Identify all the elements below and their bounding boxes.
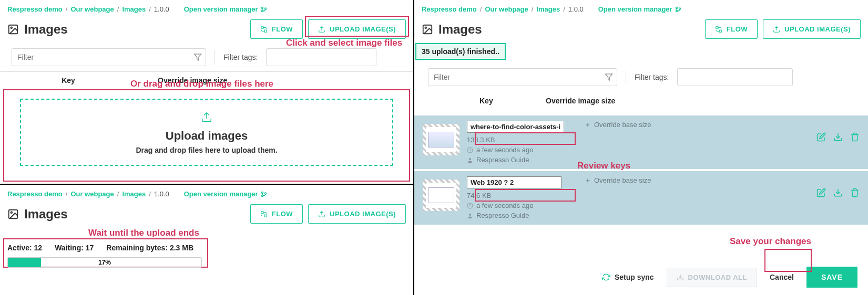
th-override: Override image size — [137, 76, 413, 85]
svg-point-7 — [261, 192, 263, 193]
sync-icon — [602, 273, 610, 281]
download-icon[interactable] — [833, 188, 843, 197]
open-version-manager-link[interactable]: Open version manager — [184, 190, 267, 198]
waiting-count: 17 — [86, 244, 94, 252]
bc-project[interactable]: Respresso demo — [422, 5, 477, 13]
bc-project[interactable]: Respresso demo — [7, 190, 63, 198]
clock-icon — [467, 147, 473, 153]
filter-tags-input[interactable] — [266, 48, 376, 66]
cancel-button[interactable]: Cancel — [770, 273, 794, 281]
edit-icon[interactable] — [816, 132, 826, 142]
image-user: Respresso Guide — [467, 156, 567, 164]
setup-sync-link[interactable]: Setup sync — [602, 273, 654, 281]
bc-page[interactable]: Our webpage — [70, 190, 114, 198]
svg-point-22 — [469, 158, 471, 160]
flow-button[interactable]: FLOW — [250, 19, 303, 39]
user-icon — [467, 157, 473, 163]
image-icon — [7, 208, 19, 220]
upload-status: Active: 12 Waiting: 17 Remaining bytes: … — [0, 240, 413, 255]
bc-section[interactable]: Images — [122, 5, 146, 13]
image-key-input[interactable]: where-to-find-color-assets-i — [467, 121, 564, 133]
upload-images-button[interactable]: UPLOAD IMAGE(S) — [308, 204, 406, 224]
svg-point-2 — [264, 8, 266, 9]
th-override: Override image size — [546, 97, 868, 105]
upload-images-button[interactable]: UPLOAD IMAGE(S) — [763, 19, 861, 39]
filter-icon — [193, 53, 202, 61]
override-base-size-button[interactable]: Override base size — [585, 176, 651, 184]
table-row[interactable]: where-to-find-color-assets-i 138.3 KB a … — [414, 115, 868, 171]
svg-point-0 — [261, 7, 263, 8]
override-base-size-button[interactable]: Override base size — [585, 121, 651, 129]
open-version-manager-link[interactable]: Open version manager — [184, 5, 267, 13]
image-icon — [7, 24, 19, 35]
image-icon — [422, 24, 433, 35]
progress-bar: 17% — [7, 257, 202, 268]
filter-input[interactable] — [428, 68, 617, 86]
bc-version: 1.0.0 — [154, 190, 169, 198]
bc-page[interactable]: Our webpage — [485, 5, 528, 13]
annot-wait: Wait until the upload ends — [88, 228, 199, 238]
upload-icon — [318, 26, 325, 33]
bc-project[interactable]: Respresso demo — [7, 5, 63, 13]
breadcrumb: Respresso demo / Our webpage / Images / … — [0, 185, 413, 200]
save-button[interactable]: SAVE — [806, 267, 857, 288]
image-time: a few seconds ago — [467, 202, 567, 209]
trash-icon[interactable] — [850, 132, 860, 142]
bc-section[interactable]: Images — [536, 5, 560, 13]
flow-button[interactable]: FLOW — [705, 19, 758, 39]
download-icon[interactable] — [833, 132, 843, 142]
upload-icon — [318, 210, 325, 218]
page-title: Images — [7, 207, 245, 222]
filter-tags-label: Filter tags: — [223, 53, 258, 61]
upload-images-button[interactable]: UPLOAD IMAGE(S) — [308, 19, 406, 39]
filter-icon — [605, 73, 613, 81]
svg-point-18 — [425, 27, 426, 28]
image-user: Respresso Guide — [467, 212, 567, 219]
bc-sep: / — [66, 5, 68, 13]
flow-icon — [715, 26, 722, 33]
trash-icon[interactable] — [850, 188, 860, 197]
active-count: 12 — [34, 244, 43, 252]
svg-rect-20 — [719, 30, 721, 32]
flow-button[interactable]: FLOW — [250, 204, 303, 224]
edit-icon[interactable] — [816, 188, 826, 197]
image-size: 74.6 KB — [467, 192, 567, 199]
plus-icon — [585, 177, 591, 184]
svg-rect-5 — [261, 26, 263, 28]
breadcrumb: Respresso demo / Our webpage / Images / … — [414, 0, 868, 15]
svg-point-1 — [261, 10, 263, 12]
svg-rect-6 — [264, 30, 267, 32]
breadcrumb: Respresso demo / Our webpage / Images / … — [0, 0, 413, 15]
filter-bar: Filter tags: — [414, 60, 868, 89]
user-icon — [467, 213, 473, 219]
branch-icon — [261, 6, 267, 13]
progress-fill — [8, 258, 41, 267]
thumbnail — [423, 124, 459, 155]
filter-input[interactable] — [12, 48, 206, 66]
progress-percent: 17% — [98, 259, 111, 266]
bc-section[interactable]: Images — [122, 190, 146, 198]
open-version-manager-link[interactable]: Open version manager — [598, 5, 681, 13]
table-row[interactable]: Web 1920 ? 2 74.6 KB a few seconds ago R… — [414, 171, 868, 227]
filter-bar: Filter tags: — [0, 43, 413, 71]
image-time: a few seconds ago — [467, 146, 567, 154]
page-title: Images — [7, 22, 245, 37]
image-key-input[interactable]: Web 1920 ? 2 — [467, 176, 561, 188]
download-all-button: DOWNLOAD ALL — [667, 268, 757, 287]
svg-rect-19 — [716, 26, 718, 28]
table-header: Key Override image size — [0, 71, 413, 89]
svg-point-8 — [261, 195, 263, 196]
upload-icon — [201, 111, 212, 123]
flow-icon — [260, 210, 268, 218]
bc-page[interactable]: Our webpage — [70, 5, 114, 13]
plus-icon — [585, 122, 591, 128]
footer-bar: Setup sync DOWNLOAD ALL Cancel SAVE — [414, 259, 868, 295]
svg-point-11 — [11, 212, 12, 213]
table-header: Key Override image size — [414, 89, 868, 112]
divider — [215, 50, 215, 65]
filter-tags-input[interactable] — [677, 68, 793, 86]
branch-icon — [261, 191, 267, 197]
svg-point-4 — [11, 27, 12, 28]
upload-dropzone[interactable]: Upload images Drag and drop files here t… — [20, 99, 393, 166]
branch-icon — [675, 6, 681, 13]
